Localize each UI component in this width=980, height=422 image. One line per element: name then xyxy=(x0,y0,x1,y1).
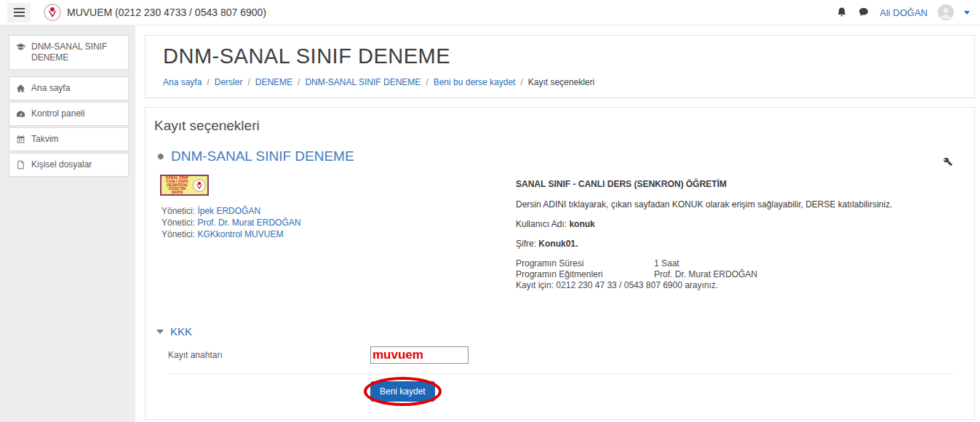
calendar-icon xyxy=(16,135,25,144)
teacher-role-label: Yönetici: xyxy=(162,229,195,239)
password-label: Şifre: xyxy=(516,239,538,249)
teacher-link[interactable]: Prof. Dr. Murat ERDOĞAN xyxy=(197,218,300,228)
sidebar-nav: DNM-SANAL SINIF DENEME Ana sayfa Kontrol… xyxy=(0,25,135,422)
course-thumbnail-text: SANAL SINIF CANLI DERS (SENKRON) ÖĞRETİM… xyxy=(163,176,191,194)
submit-button-row: Beni kaydet xyxy=(370,381,954,402)
program-duration-label: Programın Süresi xyxy=(516,258,654,269)
form-divider xyxy=(168,373,954,374)
sidebar-item-label: Takvim xyxy=(31,134,58,145)
course-info-left-column: SANAL SINIF CANLI DERS (SENKRON) ÖĞRETİM… xyxy=(154,175,516,284)
sidebar-item-label: Ana sayfa xyxy=(31,83,70,94)
course-title-row: DNM-SANAL SINIF DENEME xyxy=(156,148,954,164)
breadcrumb: Ana sayfa/Dersler/DENEME/DNM-SANAL SINIF… xyxy=(163,77,957,87)
enrolment-section-header: KKK xyxy=(156,325,954,338)
course-summary-column: SANAL SINIF - CANLI DERS (SENKRON) ÖĞRET… xyxy=(516,175,954,284)
breadcrumb-separator: / xyxy=(247,77,250,87)
user-menu-name[interactable]: Ali DOĞAN xyxy=(880,7,928,18)
registration-contact-line: Kayıt için: 0212 230 47 33 / 0543 807 69… xyxy=(516,280,954,291)
program-trainers-row: Programın Eğitmenleri Prof. Dr. Murat ER… xyxy=(516,269,954,280)
home-icon xyxy=(16,84,25,93)
sidebar-item-label: DNM-SANAL SINIF DENEME xyxy=(31,41,121,63)
breadcrumb-separator: / xyxy=(520,77,522,87)
enrolment-options-heading: Kayıt seçenekleri xyxy=(154,118,954,134)
teacher-row: Yönetici: KGKkontrol MUVUEM xyxy=(162,228,516,240)
collapse-triangle-icon[interactable] xyxy=(156,330,164,334)
enrolment-key-icon[interactable] xyxy=(941,156,952,167)
hamburger-menu-button[interactable] xyxy=(7,3,31,23)
user-avatar[interactable] xyxy=(938,4,954,20)
course-thumbnail-image[interactable]: SANAL SINIF CANLI DERS (SENKRON) ÖĞRETİM… xyxy=(160,175,209,196)
user-menu-caret-icon[interactable] xyxy=(964,11,970,15)
course-name-link[interactable]: DNM-SANAL SINIF DENEME xyxy=(171,148,354,164)
graduation-cap-icon xyxy=(16,42,25,52)
enrolment-section-title: KKK xyxy=(170,325,192,338)
enrol-me-button[interactable]: Beni kaydet xyxy=(370,381,435,402)
site-title: MUVUEM (0212 230 4733 / 0543 807 6900) xyxy=(67,7,266,18)
breadcrumb-separator: / xyxy=(426,77,428,87)
notifications-bell-icon[interactable] xyxy=(836,7,848,18)
course-info-columns: SANAL SINIF CANLI DERS (SENKRON) ÖĞRETİM… xyxy=(154,175,954,284)
program-duration-value: 1 Saat xyxy=(654,258,680,269)
messages-chat-icon[interactable] xyxy=(858,7,869,18)
breadcrumb-separator: / xyxy=(207,77,209,87)
program-trainers-value: Prof. Dr. Murat ERDOĞAN xyxy=(654,269,757,280)
teacher-role-label: Yönetici: xyxy=(162,206,195,216)
program-duration-row: Programın Süresi 1 Saat xyxy=(516,258,954,269)
breadcrumb-separator: / xyxy=(298,77,300,87)
teacher-link[interactable]: KGKkontrol MUVUEM xyxy=(197,229,283,239)
main-content: DNM-SANAL SINIF DENEME Ana sayfa/Dersler… xyxy=(135,25,980,422)
teacher-link[interactable]: İpek ERDOĞAN xyxy=(197,206,260,216)
username-value: konuk xyxy=(569,219,594,229)
sidebar-item-private-files[interactable]: Kişisel dosyalar xyxy=(9,153,129,177)
breadcrumb-link-enrol[interactable]: Beni bu derse kaydet xyxy=(434,77,516,87)
page-title: DNM-SANAL SINIF DENEME xyxy=(163,44,957,68)
teacher-row: Yönetici: İpek ERDOĞAN xyxy=(162,205,516,217)
top-navigation-bar: MUVUEM (0212 230 4733 / 0543 807 6900) A… xyxy=(0,0,980,25)
enrolment-key-label: Kayıt anahtarı xyxy=(168,350,370,360)
sidebar-item-label: Kontrol paneli xyxy=(31,108,84,119)
guest-username-line: Kullanıcı Adı: konuk xyxy=(516,219,954,229)
course-summary-title: SANAL SINIF - CANLI DERS (SENKRON) ÖĞRET… xyxy=(516,179,954,189)
dashboard-gauge-icon xyxy=(16,109,25,119)
file-icon xyxy=(16,160,25,170)
sidebar-item-label: Kişisel dosyalar xyxy=(31,159,92,170)
guest-password-line: Şifre: Konuk01. xyxy=(516,239,954,249)
password-value: Konuk01. xyxy=(538,239,578,249)
self-enrolment-gear-icon xyxy=(156,152,166,162)
breadcrumb-link-course[interactable]: DNM-SANAL SINIF DENEME xyxy=(305,77,421,87)
teacher-role-label: Yönetici: xyxy=(162,218,195,228)
enrolment-key-form-row: Kayıt anahtarı xyxy=(154,346,954,364)
breadcrumb-link-courses[interactable]: Dersler xyxy=(215,77,243,87)
enrolment-key-input[interactable] xyxy=(370,346,469,364)
sidebar-item-calendar[interactable]: Takvim xyxy=(9,127,129,151)
course-summary-description: Dersin ADINI tıklayarak, çıkan sayfadan … xyxy=(516,199,954,210)
sidebar-item-home[interactable]: Ana sayfa xyxy=(9,76,129,100)
breadcrumb-link-home[interactable]: Ana sayfa xyxy=(163,77,202,87)
enrolment-options-card: Kayıt seçenekleri DNM-SANAL SINIF DENEME… xyxy=(145,107,975,420)
course-teachers-list: Yönetici: İpek ERDOĞAN Yönetici: Prof. D… xyxy=(162,205,516,240)
page-header-card: DNM-SANAL SINIF DENEME Ana sayfa/Dersler… xyxy=(145,35,975,98)
muvuem-logo-icon xyxy=(44,4,61,21)
teacher-row: Yönetici: Prof. Dr. Murat ERDOĞAN xyxy=(162,217,516,228)
sidebar-item-dashboard[interactable]: Kontrol paneli xyxy=(9,102,129,126)
breadcrumb-current: Kayıt seçenekleri xyxy=(528,77,594,87)
program-trainers-label: Programın Eğitmenleri xyxy=(516,269,654,280)
breadcrumb-link-category[interactable]: DENEME xyxy=(255,77,292,87)
sidebar-item-course[interactable]: DNM-SANAL SINIF DENEME xyxy=(9,35,129,70)
username-label: Kullanıcı Adı: xyxy=(516,219,569,229)
muvuem-logo-small-icon xyxy=(193,179,206,192)
